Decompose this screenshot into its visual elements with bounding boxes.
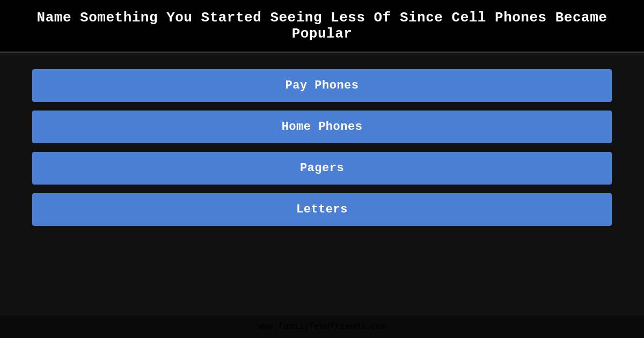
answer-button-4[interactable]: Letters (32, 193, 612, 226)
answer-button-2[interactable]: Home Phones (32, 111, 612, 143)
footer-section: www.familyfeudfriends.com (0, 315, 644, 338)
answer-button-3[interactable]: Pagers (32, 152, 612, 185)
answer-button-1[interactable]: Pay Phones (32, 69, 612, 102)
header-section: Name Something You Started Seeing Less O… (0, 0, 644, 53)
answers-container: Pay PhonesHome PhonesPagersLetters (0, 53, 644, 315)
question-title: Name Something You Started Seeing Less O… (11, 10, 633, 42)
footer-url: www.familyfeudfriends.com (258, 322, 386, 332)
